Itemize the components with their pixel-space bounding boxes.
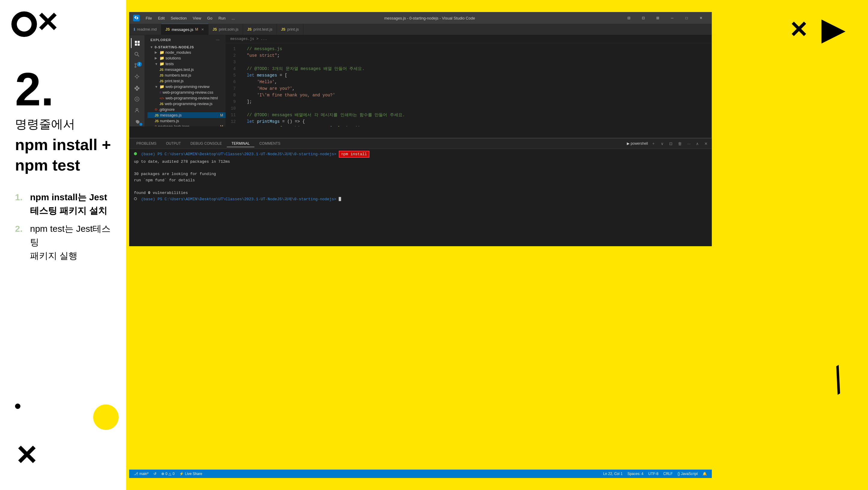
status-liveshare[interactable]: ⚡ Live Share bbox=[177, 469, 205, 478]
menu-go[interactable]: Go bbox=[205, 15, 215, 21]
status-errors[interactable]: ⊗ 0 △ 0 bbox=[159, 469, 177, 478]
eol-text: CRLF bbox=[663, 472, 673, 476]
editor-area: messages.js > ... 1 // messages.js 2 "us… bbox=[225, 35, 712, 126]
menu-selection[interactable]: Selection bbox=[168, 15, 189, 21]
sidebar-item-web-review[interactable]: ▼ 📁 web-programming-review bbox=[148, 84, 225, 90]
code-line-13: 13 messages.forEach(msg => console.log(m… bbox=[225, 125, 712, 126]
deco-arrow-right bbox=[820, 18, 847, 46]
terminal-actions: ▶ powershell ＋ ∨ ⊡ 🗑 ··· ∧ ✕ bbox=[627, 140, 709, 147]
activity-git[interactable]: 2 bbox=[131, 61, 143, 71]
solutions-label: solutions bbox=[165, 56, 181, 60]
file-tree: ▼ 0-STARTING-NODEJS ▶ 📁 node_modules ▶ 📁… bbox=[145, 45, 225, 126]
tree-root[interactable]: ▼ 0-STARTING-NODEJS bbox=[148, 45, 225, 50]
activity-account[interactable] bbox=[131, 105, 143, 115]
tab-label-messages: messages.js bbox=[172, 27, 193, 32]
titlebar-btn-maximize[interactable]: □ bbox=[680, 13, 693, 23]
messages-js-icon: JS bbox=[155, 113, 159, 117]
activity-search[interactable] bbox=[131, 49, 143, 59]
step-list: 1. npm install는 Jest테스팅 패키지 설치 2. npm te… bbox=[15, 190, 111, 262]
sidebar-item-tests[interactable]: ▼ 📁 tests bbox=[148, 61, 225, 67]
svg-line-5 bbox=[137, 55, 139, 57]
tab-printsoln[interactable]: JS print.soln.js bbox=[209, 24, 243, 35]
sidebar-item-package-lock[interactable]: {} package-lock.json M bbox=[148, 124, 225, 126]
tab-terminal[interactable]: TERMINAL bbox=[227, 140, 255, 147]
sidebar-more-btn[interactable]: ··· bbox=[216, 38, 220, 42]
titlebar-btn-close[interactable]: ✕ bbox=[694, 13, 708, 23]
titlebar-btn-panels[interactable]: ⊟ bbox=[622, 13, 636, 23]
terminal-powershell-label: ▶ powershell bbox=[627, 141, 648, 145]
code-area[interactable]: 1 // messages.js 2 "use strict"; 3 4 // … bbox=[225, 43, 712, 126]
sidebar-item-messages-js[interactable]: JS messages.js M bbox=[148, 112, 225, 118]
warning-icon: △ bbox=[168, 472, 171, 476]
activity-debug[interactable] bbox=[131, 72, 143, 81]
tab-modified-badge: M bbox=[195, 27, 198, 32]
bell-icon: 🔔 bbox=[703, 472, 707, 476]
titlebar-btn-layout[interactable]: ⊞ bbox=[651, 13, 665, 23]
print-test-label: print.test.js bbox=[164, 79, 184, 83]
messages-test-label: messages.test.js bbox=[164, 67, 194, 72]
sidebar-item-messages-test[interactable]: JS messages.test.js bbox=[148, 67, 225, 72]
status-branch[interactable]: ⎇ main* bbox=[131, 469, 151, 478]
tab-comments[interactable]: COMMENTS bbox=[254, 140, 285, 147]
status-spaces[interactable]: Spaces: 4 bbox=[625, 472, 646, 476]
code-line-4: 4 // @TODO: 3개의 문자열 messages 배열 만들어 주세요. bbox=[225, 65, 712, 72]
sidebar-item-numbers-test[interactable]: JS numbers.test.js bbox=[148, 72, 225, 78]
menu-view[interactable]: View bbox=[190, 15, 204, 21]
activity-explorer[interactable] bbox=[131, 38, 143, 48]
sidebar-item-web-js[interactable]: JS web-programming-review.js bbox=[148, 101, 225, 106]
menu-edit[interactable]: Edit bbox=[156, 15, 167, 21]
svg-rect-3 bbox=[137, 43, 140, 46]
deco-circle-yellow bbox=[93, 404, 119, 430]
sidebar-item-gitignore[interactable]: ⊙ .gitignore bbox=[148, 106, 225, 112]
node-modules-folder-icon: 📁 bbox=[159, 50, 164, 55]
web-js-icon: JS bbox=[159, 102, 163, 106]
sidebar-item-solutions[interactable]: ▶ 📁 solutions bbox=[148, 55, 225, 61]
code-line-6: 6 'Hello', bbox=[225, 79, 712, 85]
tab-print[interactable]: JS print.js bbox=[277, 24, 303, 35]
menu-more[interactable]: ... bbox=[229, 15, 237, 21]
tab-output[interactable]: OUTPUT bbox=[161, 140, 186, 147]
git-badge: 2 bbox=[137, 62, 142, 67]
terminal-dropdown-btn[interactable]: ∨ bbox=[659, 141, 665, 146]
sidebar-item-numbers-js[interactable]: JS numbers.js bbox=[148, 118, 225, 124]
sidebar-item-web-html[interactable]: </> web-programming-review.html bbox=[148, 95, 225, 101]
activity-remote[interactable] bbox=[131, 94, 143, 104]
menu-file[interactable]: File bbox=[143, 15, 154, 21]
sidebar-item-node-modules[interactable]: ▶ 📁 node_modules bbox=[148, 50, 225, 55]
root-arrow: ▼ bbox=[150, 45, 153, 49]
status-notifications[interactable]: 🔔 bbox=[700, 472, 709, 476]
menu-run[interactable]: Run bbox=[216, 15, 228, 21]
solutions-arrow: ▶ bbox=[155, 56, 158, 60]
terminal-trash-btn[interactable]: 🗑 bbox=[676, 141, 684, 146]
activity-extensions[interactable] bbox=[131, 83, 143, 93]
status-language[interactable]: {} JavaScript bbox=[675, 472, 700, 476]
titlebar-btn-split[interactable]: ⊡ bbox=[637, 13, 650, 23]
tab-messages[interactable]: JS messages.js M ✕ bbox=[161, 24, 209, 35]
tab-printtest[interactable]: JS print.test.js bbox=[243, 24, 277, 35]
tab-problems[interactable]: PROBLEMS bbox=[131, 140, 161, 147]
status-sync[interactable]: ↺ bbox=[151, 469, 159, 478]
status-position[interactable]: Ln 22, Col 1 bbox=[601, 472, 625, 476]
terminal-split-btn[interactable]: ⊡ bbox=[668, 141, 674, 146]
terminal-more-btn[interactable]: ··· bbox=[685, 141, 692, 146]
terminal-add-btn[interactable]: ＋ bbox=[650, 140, 657, 147]
web-review-label: web-programming-review bbox=[165, 85, 210, 89]
code-line-3: 3 bbox=[225, 59, 712, 65]
terminal-close-btn[interactable]: ✕ bbox=[703, 141, 709, 146]
activity-settings[interactable]: 1 bbox=[131, 117, 143, 126]
sidebar-item-web-css[interactable]: # web-programming-review.css bbox=[148, 90, 225, 95]
list-text-2: npm test는 Jest테스팅패키지 실행 bbox=[30, 222, 111, 262]
tab-debug-console[interactable]: DEBUG CONSOLE bbox=[186, 140, 227, 147]
list-item-1: 1. npm install는 Jest테스팅 패키지 설치 bbox=[15, 190, 111, 217]
status-encoding[interactable]: UTF-8 bbox=[646, 472, 661, 476]
terminal-chevron-up-btn[interactable]: ∧ bbox=[694, 141, 701, 146]
titlebar-btn-minimize[interactable]: ─ bbox=[665, 13, 679, 23]
status-eol[interactable]: CRLF bbox=[661, 472, 675, 476]
messages-js-modified: M bbox=[220, 113, 225, 118]
sidebar-item-print-test[interactable]: JS print.test.js bbox=[148, 78, 225, 84]
terminal-line-cmd: (base) PS C:\Users\ADMIN\Desktop\UT\Clas… bbox=[134, 151, 707, 158]
tab-close-messages[interactable]: ✕ bbox=[201, 28, 204, 32]
terminal-line-uptodate: up to date, audited 278 packages in 712m… bbox=[134, 159, 707, 165]
tab-readme[interactable]: ℹ readme.md bbox=[129, 24, 161, 35]
titlebar-title: messages.js - 0-starting-nodejs - Visual… bbox=[240, 16, 620, 21]
